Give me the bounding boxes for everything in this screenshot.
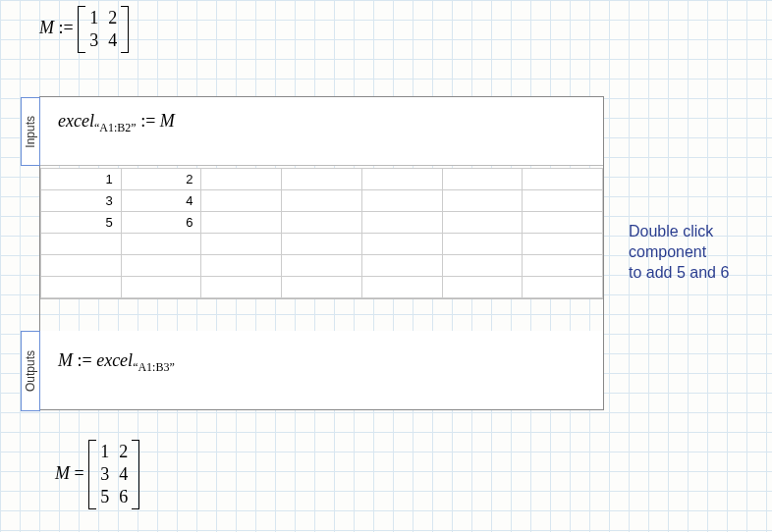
table-cell[interactable] xyxy=(442,234,523,255)
table-cell[interactable] xyxy=(523,190,603,212)
table-row: 3 4 xyxy=(41,190,603,212)
matrix-cell: 5 xyxy=(100,487,109,507)
table-cell[interactable]: 4 xyxy=(121,190,201,212)
table-cell[interactable] xyxy=(121,255,201,277)
table-cell[interactable] xyxy=(282,255,362,277)
annotation-line: component xyxy=(629,242,766,263)
matrix-cell: 1 xyxy=(89,8,98,28)
table-cell[interactable] xyxy=(282,212,362,234)
definition-region-top[interactable]: M := 1 2 3 4 xyxy=(39,6,129,53)
matrix-cell: 2 xyxy=(119,442,128,462)
excel-range-sub: “A1:B2” xyxy=(94,121,137,134)
excel-table[interactable]: 1 2 3 4 5 6 xyxy=(40,168,603,298)
table-cell[interactable] xyxy=(121,234,201,255)
table-cell[interactable] xyxy=(442,212,523,234)
table-cell[interactable]: 2 xyxy=(121,169,201,190)
table-cell[interactable] xyxy=(201,212,282,234)
table-cell[interactable]: 3 xyxy=(41,190,122,212)
table-cell[interactable] xyxy=(282,234,362,255)
table-cell[interactable] xyxy=(121,277,201,298)
table-cell[interactable]: 6 xyxy=(121,212,201,234)
assign-op: := xyxy=(78,350,92,370)
table-cell[interactable] xyxy=(201,255,282,277)
matrix-cell: 6 xyxy=(119,487,128,507)
table-cell[interactable]: 5 xyxy=(41,212,122,234)
table-cell[interactable] xyxy=(282,190,362,212)
table-row: 5 6 xyxy=(41,212,603,234)
table-cell[interactable] xyxy=(523,169,603,190)
table-cell[interactable] xyxy=(361,169,442,190)
table-cell[interactable] xyxy=(361,255,442,277)
var-m: M xyxy=(39,18,54,37)
matrix-cell: 4 xyxy=(119,464,128,485)
table-cell[interactable] xyxy=(41,277,122,298)
evaluation-region-bottom[interactable]: M = 1 2 3 4 5 6 xyxy=(55,440,139,509)
table-row: 1 2 xyxy=(41,169,603,190)
excel-component[interactable]: Inputs Outputs excel“A1:B2” := M 1 2 3 4 xyxy=(39,96,604,410)
table-cell[interactable] xyxy=(201,190,282,212)
table-cell[interactable] xyxy=(282,277,362,298)
table-cell[interactable] xyxy=(41,234,122,255)
table-row xyxy=(41,234,603,255)
table-cell[interactable] xyxy=(361,277,442,298)
table-cell[interactable] xyxy=(201,277,282,298)
table-cell[interactable] xyxy=(523,277,603,298)
annotation-text: Double click component to add 5 and 6 xyxy=(629,222,766,283)
matrix-cell: 2 xyxy=(108,8,117,28)
table-cell[interactable] xyxy=(361,234,442,255)
excel-range-sub: “A1:B3” xyxy=(133,360,175,374)
table-cell[interactable] xyxy=(282,169,362,190)
matrix-2x2: 1 2 3 4 xyxy=(78,6,129,53)
matrix-cell: 1 xyxy=(100,442,109,462)
table-cell[interactable] xyxy=(201,169,282,190)
annotation-line: Double click xyxy=(629,222,766,242)
inputs-tab-label: Inputs xyxy=(24,116,37,148)
table-row xyxy=(41,255,603,277)
table-cell[interactable] xyxy=(201,234,282,255)
assign-op: := xyxy=(59,18,74,37)
outputs-area[interactable]: M := excel“A1:B3” xyxy=(40,331,603,409)
table-cell[interactable] xyxy=(442,255,523,277)
table-cell[interactable] xyxy=(361,212,442,234)
table-row xyxy=(41,277,603,298)
matrix-cell: 4 xyxy=(108,30,117,51)
table-cell[interactable] xyxy=(41,255,122,277)
table-cell[interactable]: 1 xyxy=(41,169,122,190)
matrix-cell: 3 xyxy=(89,30,98,51)
var-m: M xyxy=(55,463,70,483)
outputs-tab-label: Outputs xyxy=(24,350,37,392)
equals-op: = xyxy=(75,463,84,483)
table-cell[interactable] xyxy=(523,212,603,234)
table-cell[interactable] xyxy=(442,190,523,212)
table-cell[interactable] xyxy=(523,255,603,277)
table-cell[interactable] xyxy=(523,234,603,255)
outputs-tab[interactable]: Outputs xyxy=(21,331,40,411)
lhs-m: M xyxy=(58,350,73,370)
table-cell[interactable] xyxy=(361,190,442,212)
excel-var: excel xyxy=(96,350,133,370)
matrix-cell: 3 xyxy=(100,464,109,485)
inputs-tab[interactable]: Inputs xyxy=(21,97,40,166)
inputs-area[interactable]: excel“A1:B2” := M xyxy=(40,97,603,166)
assign-op: := xyxy=(140,111,155,131)
table-cell[interactable] xyxy=(442,277,523,298)
excel-var: excel xyxy=(58,111,94,131)
rhs-m: M xyxy=(160,111,175,131)
table-cell[interactable] xyxy=(442,169,523,190)
excel-table-area[interactable]: 1 2 3 4 5 6 xyxy=(40,168,603,299)
annotation-line: to add 5 and 6 xyxy=(629,263,766,284)
matrix-3x2: 1 2 3 4 5 6 xyxy=(88,440,139,509)
